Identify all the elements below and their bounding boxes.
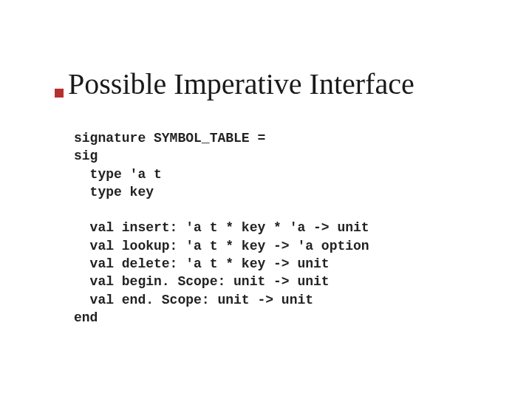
- code-line: sig: [74, 149, 98, 163]
- code-line: signature SYMBOL_TABLE =: [74, 131, 265, 146]
- code-line: val delete: 'a t * key -> unit: [74, 256, 330, 271]
- code-line: type 'a t: [74, 167, 162, 182]
- title-bullet-icon: [55, 89, 64, 98]
- code-block: signature SYMBOL_TABLE = sig type 'a t t…: [74, 129, 369, 327]
- code-line: end: [74, 310, 98, 325]
- code-line: type key: [74, 185, 154, 200]
- slide-title: Possible Imperative Interface: [68, 69, 415, 100]
- code-line: val end. Scope: unit -> unit: [74, 293, 313, 307]
- code-line: val insert: 'a t * key * 'a -> unit: [74, 220, 369, 235]
- title-block: Possible Imperative Interface: [68, 69, 415, 100]
- code-line: val lookup: 'a t * key -> 'a option: [74, 239, 369, 253]
- code-line: val begin. Scope: unit -> unit: [74, 274, 330, 289]
- slide: Possible Imperative Interface signature …: [0, 0, 532, 399]
